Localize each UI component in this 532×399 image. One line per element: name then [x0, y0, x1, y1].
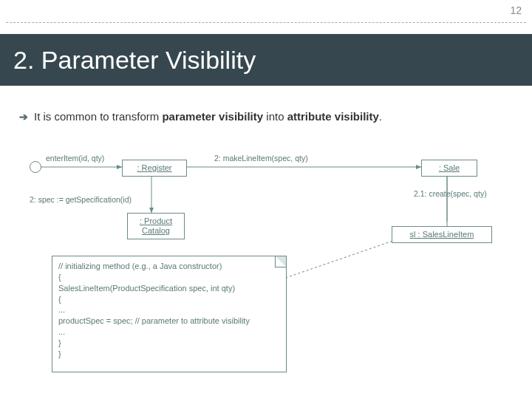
obj-product-catalog: : Product Catalog: [127, 213, 185, 239]
note-line-3: SalesLineItem(ProductSpecification spec,…: [58, 283, 280, 294]
note-line-8: }: [58, 338, 280, 349]
top-rule: [6, 22, 526, 23]
note-fold-border: [276, 256, 286, 267]
obj-catalog-line-1: : Product: [140, 216, 172, 225]
obj-sale: : Sale: [421, 160, 477, 177]
bullet-prefix: It is common to transform: [34, 110, 162, 123]
msg-make-line-item: 2: makeLineItem(spec, qty): [214, 154, 308, 163]
code-note: // initializing method (e.g., a Java con…: [52, 256, 287, 372]
note-line-4: {: [58, 294, 280, 305]
note-line-1: // initializing method (e.g., a Java con…: [58, 261, 280, 272]
svg-line-6: [277, 235, 410, 281]
msg-get-specification: 2: spec := getSpecification(id): [30, 195, 132, 204]
bullet-suffix: .: [379, 110, 382, 123]
note-line-6: productSpec = spec; // parameter to attr…: [58, 316, 280, 327]
obj-register: : Register: [122, 160, 187, 177]
obj-sale-label: : Sale: [439, 163, 460, 172]
bullet-text: It is common to transform parameter visi…: [34, 109, 382, 124]
msg-create: 2.1: create(spec, qty): [414, 189, 487, 198]
page-title: 2. Parameter Visibility: [13, 46, 256, 75]
bullet-bold-2: attribute visibility: [287, 110, 379, 123]
obj-catalog-line-2: Catalog: [142, 226, 170, 235]
obj-register-label: : Register: [137, 163, 171, 172]
obj-sales-line-item: sl : SalesLineItem: [392, 226, 492, 243]
note-line-7: ...: [58, 327, 280, 338]
msg-enter-item: enterItem(id, qty): [46, 154, 104, 163]
arrow-icon: ➔: [19, 109, 28, 124]
bullet-bold-1: parameter visibility: [162, 110, 263, 123]
note-line-5: ...: [58, 304, 280, 316]
bullet-row: ➔ It is common to transform parameter vi…: [19, 109, 517, 124]
title-bar: 2. Parameter Visibility: [0, 34, 532, 86]
note-line-2: {: [58, 272, 280, 283]
note-line-9: }: [58, 349, 280, 360]
page-number: 12: [510, 4, 522, 16]
actor-head-icon: [30, 161, 41, 173]
uml-sequence-diagram: enterItem(id, qty) 2: makeLineItem(spec,…: [22, 140, 510, 377]
bullet-mid: into: [263, 110, 287, 123]
obj-sli-label: sl : SalesLineItem: [410, 230, 474, 239]
